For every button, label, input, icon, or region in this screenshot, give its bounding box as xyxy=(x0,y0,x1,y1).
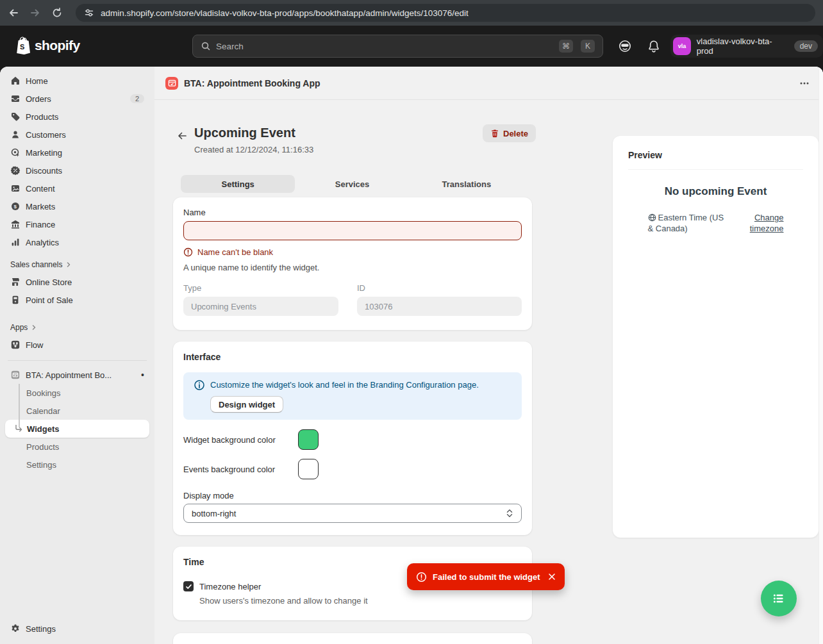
sidebar-item-customers[interactable]: Customers xyxy=(5,126,149,144)
sidebar-item-analytics[interactable]: Analytics xyxy=(5,233,149,251)
preview-panel: Preview No upcoming Event Eastern Time (… xyxy=(613,136,819,538)
widget-launcher-button[interactable] xyxy=(761,581,797,616)
error-icon xyxy=(183,247,193,257)
address-bar[interactable]: admin.shopify.com/store/vladislav-volkov… xyxy=(76,4,815,22)
point-of-sale-icon xyxy=(10,295,21,305)
home-icon xyxy=(10,76,21,86)
ellipsis-icon xyxy=(799,78,810,89)
sidebar-item-calendar[interactable]: Calendar xyxy=(5,402,149,420)
search-input[interactable]: Search ⌘ K xyxy=(192,35,603,58)
sidebar-divider xyxy=(8,360,147,361)
orders-icon xyxy=(10,94,21,104)
sidebar-item-app-products[interactable]: Products xyxy=(5,438,149,456)
name-input[interactable] xyxy=(183,221,522,240)
tab-services[interactable]: Services xyxy=(295,175,409,193)
nav-connector-line xyxy=(19,384,20,427)
display-mode-label: Display mode xyxy=(183,491,522,500)
customers-icon xyxy=(10,129,21,140)
sidebar-item-label: Content xyxy=(26,184,55,194)
browser-back-icon[interactable] xyxy=(8,7,19,19)
sidebar-item-marketing[interactable]: Marketing xyxy=(5,144,149,161)
sales-channels-heading[interactable]: Sales channels xyxy=(0,256,154,273)
shopify-bag-icon: S xyxy=(14,36,31,54)
analytics-icon xyxy=(10,237,21,247)
sidebar-item-bookings[interactable]: Bookings xyxy=(5,384,149,402)
site-settings-icon[interactable] xyxy=(84,8,94,18)
main-content: BTA: Appointment Booking App Upcoming Ev… xyxy=(154,67,823,644)
sidebar-item-settings[interactable]: Settings xyxy=(5,620,149,638)
sidebar-item-label: Marketing xyxy=(26,148,62,158)
sidebar-item-label: Widgets xyxy=(27,424,59,434)
toast-close-icon[interactable] xyxy=(548,573,556,581)
tab-bar: Settings Services Translations xyxy=(181,175,524,193)
next-card-partial xyxy=(173,633,532,644)
sidebar-item-finance[interactable]: Finance xyxy=(5,215,149,233)
events-bg-swatch[interactable] xyxy=(298,459,319,479)
sidebar: Home Orders 2 Products Customers Marketi… xyxy=(0,67,154,644)
account-menu[interactable]: vla vladislav-volkov-bta-prod dev xyxy=(670,35,823,58)
overflow-menu-button[interactable] xyxy=(797,76,812,91)
change-timezone-link[interactable]: Change timezone xyxy=(744,212,784,234)
display-mode-select[interactable]: bottom-right xyxy=(183,504,522,523)
interface-heading: Interface xyxy=(183,352,522,362)
bta-app-header-icon xyxy=(165,77,178,90)
design-widget-button[interactable]: Design widget xyxy=(210,396,283,413)
sidebar-item-widgets[interactable]: Widgets xyxy=(5,420,149,438)
search-placeholder: Search xyxy=(216,42,551,51)
sidebar-item-label: Settings xyxy=(26,624,56,634)
discounts-icon xyxy=(10,165,21,176)
widget-preview: No upcoming Event Eastern Time (US & Can… xyxy=(628,169,803,234)
error-toast: Failed to submit the widget xyxy=(407,563,565,590)
shopify-logo: S shopify xyxy=(14,36,79,54)
sidebar-item-content[interactable]: Content xyxy=(5,179,149,197)
browser-reload-icon[interactable] xyxy=(51,7,63,19)
notifications-bell-icon[interactable] xyxy=(646,39,661,54)
delete-button[interactable]: Delete xyxy=(483,124,536,142)
svg-text:$: $ xyxy=(13,204,17,210)
id-label: ID xyxy=(357,283,522,293)
sidebar-item-online-store[interactable]: Online Store xyxy=(5,273,149,291)
sidebar-item-label: Products xyxy=(26,442,59,452)
widget-bg-swatch[interactable] xyxy=(298,429,319,450)
browser-forward-icon[interactable] xyxy=(29,7,41,19)
sidebar-item-label: Markets xyxy=(26,202,55,211)
widget-bg-label: Widget background color xyxy=(183,435,298,445)
sidebar-item-label: Analytics xyxy=(26,238,59,247)
sidebar-item-label: Customers xyxy=(26,130,66,140)
sidebar-item-point-of-sale[interactable]: Point of Sale xyxy=(5,291,149,309)
content-icon xyxy=(10,183,21,194)
sidebar-item-label: Home xyxy=(26,76,48,86)
sidebar-item-markets[interactable]: $ Markets xyxy=(5,197,149,215)
sidebar-item-label: Calendar xyxy=(26,406,60,416)
sidebar-item-app-settings[interactable]: Settings xyxy=(5,456,149,474)
back-button[interactable] xyxy=(176,129,188,142)
sidebar-item-flow[interactable]: Flow xyxy=(5,336,149,354)
tab-translations[interactable]: Translations xyxy=(410,175,524,193)
sidebar-item-orders[interactable]: Orders 2 xyxy=(5,90,149,108)
check-icon xyxy=(185,583,192,590)
globe-icon xyxy=(648,213,656,222)
name-help-text: A unique name to identify the widget. xyxy=(183,263,522,272)
sidebar-item-discounts[interactable]: Discounts xyxy=(5,161,149,179)
name-error-text: Name can't be blank xyxy=(197,247,273,257)
timezone-helper-label[interactable]: Timezone helper xyxy=(199,582,261,591)
tab-settings[interactable]: Settings xyxy=(181,175,295,193)
scrollbar-track[interactable] xyxy=(819,67,823,644)
name-label: Name xyxy=(183,208,522,217)
sidebar-item-label: Orders xyxy=(26,94,51,104)
sidebar-item-products[interactable]: Products xyxy=(5,108,149,126)
banner-text: Customize the widget's look and feel in … xyxy=(210,379,479,391)
sidekick-icon[interactable] xyxy=(617,38,633,54)
delete-button-label: Delete xyxy=(503,129,528,138)
sidebar-item-label: Settings xyxy=(26,460,56,470)
sidebar-item-bta-app[interactable]: BTA: Appointment Bo... • xyxy=(5,366,149,384)
gear-icon xyxy=(10,623,21,634)
events-bg-label: Events background color xyxy=(183,465,298,474)
search-icon xyxy=(201,41,211,51)
app-title: BTA: Appointment Booking App xyxy=(184,78,320,88)
sidebar-item-home[interactable]: Home xyxy=(5,72,149,90)
sidebar-item-label: Bookings xyxy=(26,388,60,398)
finance-icon xyxy=(10,219,21,229)
apps-heading[interactable]: Apps xyxy=(0,319,154,336)
timezone-helper-checkbox[interactable] xyxy=(183,581,194,591)
